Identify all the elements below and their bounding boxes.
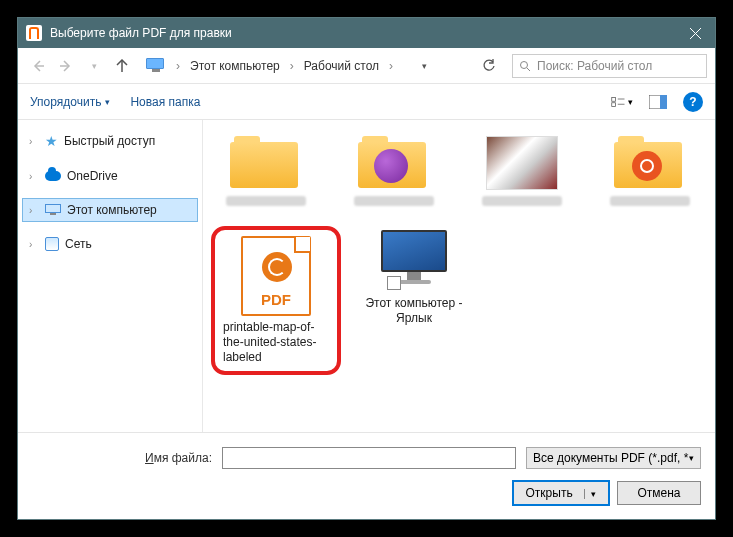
shortcut-item[interactable]: Этот компьютер - Ярлык bbox=[359, 226, 469, 375]
pdf-filename: printable-map-of-the-united-states-label… bbox=[223, 320, 329, 365]
image-label-blurred bbox=[482, 196, 562, 206]
close-button[interactable] bbox=[675, 18, 715, 48]
breadcrumb-desktop[interactable]: Рабочий стол bbox=[304, 59, 379, 73]
app-icon bbox=[26, 25, 42, 41]
refresh-button[interactable] bbox=[478, 55, 500, 77]
folder-label-blurred bbox=[610, 196, 690, 206]
image-thumbnail bbox=[486, 136, 558, 190]
search-icon bbox=[519, 60, 531, 72]
pc-icon bbox=[45, 204, 61, 216]
tree-item-onedrive[interactable]: › OneDrive bbox=[22, 164, 198, 188]
svg-rect-2 bbox=[612, 102, 616, 106]
chevron-down-icon: ▾ bbox=[105, 97, 110, 107]
svg-rect-4 bbox=[660, 95, 667, 109]
expand-icon: › bbox=[29, 136, 39, 147]
close-icon bbox=[690, 28, 701, 39]
tree-item-quick-access[interactable]: › ★ Быстрый доступ bbox=[22, 128, 198, 154]
filetype-filter[interactable]: Все документы PDF (*.pdf, *.pc ▾ bbox=[526, 447, 701, 469]
file-open-dialog: Выберите файл PDF для правки ▾ › Этот ко… bbox=[17, 17, 716, 520]
back-button[interactable] bbox=[26, 54, 50, 78]
pc-icon bbox=[146, 58, 166, 74]
address-dropdown[interactable]: ▾ bbox=[413, 55, 435, 77]
cancel-button[interactable]: Отмена bbox=[617, 481, 701, 505]
pdf-icon: PDF bbox=[241, 236, 311, 316]
pdf-file-highlighted[interactable]: PDF printable-map-of-the-united-states-l… bbox=[211, 226, 341, 375]
star-icon: ★ bbox=[45, 133, 58, 149]
dialog-title: Выберите файл PDF для правки bbox=[50, 26, 675, 40]
arrow-right-icon bbox=[59, 59, 73, 73]
up-button[interactable] bbox=[110, 54, 134, 78]
folder-icon bbox=[358, 136, 430, 190]
chevron-down-icon: ▾ bbox=[584, 489, 596, 499]
view-options-button[interactable]: ▾ bbox=[611, 93, 633, 111]
expand-icon: › bbox=[29, 171, 39, 182]
arrow-up-icon bbox=[115, 59, 129, 73]
dialog-body: › ★ Быстрый доступ › OneDrive › Этот ком… bbox=[18, 120, 715, 432]
cloud-icon bbox=[45, 171, 61, 181]
nav-row: ▾ › Этот компьютер › Рабочий стол › ▾ По… bbox=[18, 48, 715, 84]
chevron-down-icon: ▾ bbox=[628, 97, 633, 107]
tree-item-this-pc[interactable]: › Этот компьютер bbox=[22, 198, 198, 222]
help-button[interactable]: ? bbox=[683, 92, 703, 112]
bottom-panel: Имя файла: Все документы PDF (*.pdf, *.p… bbox=[18, 432, 715, 519]
filename-label: Имя файла: bbox=[32, 451, 212, 465]
forward-button[interactable] bbox=[54, 54, 78, 78]
chevron-right-icon: › bbox=[389, 59, 393, 73]
expand-icon: › bbox=[29, 205, 39, 216]
recent-dropdown[interactable]: ▾ bbox=[82, 54, 106, 78]
expand-icon: › bbox=[29, 239, 39, 250]
search-input[interactable]: Поиск: Рабочий стол bbox=[512, 54, 707, 78]
refresh-icon bbox=[482, 59, 496, 73]
new-folder-button[interactable]: Новая папка bbox=[130, 95, 200, 109]
tree-item-network[interactable]: › Сеть bbox=[22, 232, 198, 256]
svg-rect-1 bbox=[612, 97, 616, 101]
folder-item[interactable] bbox=[595, 132, 705, 210]
preview-icon bbox=[649, 95, 667, 109]
chevron-right-icon: › bbox=[176, 59, 180, 73]
folder-item[interactable] bbox=[211, 132, 321, 210]
address-bar[interactable]: › Этот компьютер › Рабочий стол › bbox=[146, 58, 397, 74]
folder-item[interactable] bbox=[339, 132, 449, 210]
organize-button[interactable]: Упорядочить ▾ bbox=[30, 95, 110, 109]
toolbar: Упорядочить ▾ Новая папка ▾ ? bbox=[18, 84, 715, 120]
folder-label-blurred bbox=[226, 196, 306, 206]
image-item[interactable] bbox=[467, 132, 577, 210]
titlebar: Выберите файл PDF для правки bbox=[18, 18, 715, 48]
navigation-tree: › ★ Быстрый доступ › OneDrive › Этот ком… bbox=[18, 120, 203, 432]
folder-icon bbox=[230, 136, 302, 190]
chevron-right-icon: › bbox=[290, 59, 294, 73]
network-icon bbox=[45, 237, 59, 251]
files-pane[interactable]: PDF printable-map-of-the-united-states-l… bbox=[203, 120, 715, 432]
svg-point-0 bbox=[521, 61, 528, 68]
filename-input[interactable] bbox=[222, 447, 516, 469]
breadcrumb-pc[interactable]: Этот компьютер bbox=[190, 59, 280, 73]
search-placeholder: Поиск: Рабочий стол bbox=[537, 59, 652, 73]
chevron-down-icon: ▾ bbox=[689, 453, 694, 463]
shortcut-label: Этот компьютер - Ярлык bbox=[363, 296, 465, 326]
view-icon bbox=[611, 95, 626, 109]
preview-pane-button[interactable] bbox=[647, 93, 669, 111]
arrow-left-icon bbox=[31, 59, 45, 73]
open-button[interactable]: Открыть ▾ bbox=[513, 481, 609, 505]
folder-icon bbox=[614, 136, 686, 190]
folder-label-blurred bbox=[354, 196, 434, 206]
computer-shortcut-icon bbox=[377, 230, 451, 292]
